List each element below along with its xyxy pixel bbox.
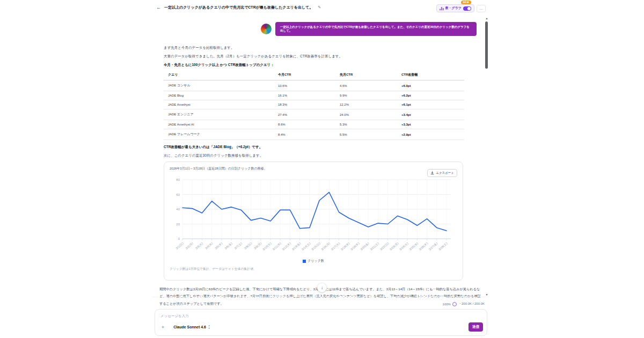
table-cell: JADE フレームワーク [164, 129, 274, 140]
svg-text:3/27(金): 3/27(金) [428, 241, 438, 251]
table-cell: 18.3% [274, 100, 335, 109]
app-window: ← 一定以上のクリックがあるクエリの中で先月比でCTRが最も改善したクエリを出し… [152, 0, 489, 338]
svg-text:3/20(金): 3/20(金) [360, 241, 370, 251]
table-cell: +6.2pt [397, 91, 464, 100]
assistant-text: まず先月と今月のデータを比較取得します。 [164, 46, 484, 49]
table-row: JADE Blog16.1%9.9%+6.2pt [164, 91, 464, 100]
table-row: JADE コンサル10.6%4.6%+6.0pt [164, 80, 464, 91]
user-message-row: 一定以上のクリックがあるクエリの中で先月比でCTRが最も改善したクエリを出して。… [152, 22, 477, 36]
assistant-text: 大量のデータが取得できました。先月（2月）も一定クリックがあるクエリを対象に、C… [164, 54, 484, 58]
chat-content: 一定以上のクリックがあるクエリの中で先月比でCTRが最も改善したクエリを出して。… [152, 16, 484, 312]
table-cell: 10.6% [274, 80, 335, 91]
chevron-updown-icon[interactable]: ▲▼ [208, 325, 210, 329]
header: ← 一定以上のクリックがあるクエリの中で先月比でCTRが最も改善したクエリを出し… [152, 0, 489, 15]
clicks-line-chart: 0204060803/1(日)3/2(月)3/3(火)3/4(水)3/5(木)3… [170, 175, 457, 258]
edit-icon[interactable]: ✎ [318, 5, 321, 10]
table-cell: JADE Blog [164, 91, 274, 100]
table-row: JADE エンジニア27.4%24.0%+3.4pt [164, 109, 464, 120]
model-selector[interactable]: Claude Sonnet 4.6 [173, 325, 206, 329]
table-cell: 12.2% [335, 100, 397, 109]
scroll-to-bottom-button[interactable]: ↓ [317, 283, 327, 292]
svg-text:80: 80 [176, 178, 180, 181]
svg-text:3/5(木): 3/5(木) [214, 241, 223, 250]
toggle-label: 表・グラフ [445, 6, 462, 11]
table-header: CTR改善幅 [397, 70, 464, 80]
table-row: JADE Amethyst18.3%12.2%+6.1pt [164, 100, 464, 109]
ctr-table-body: JADE コンサル10.6%4.6%+6.0ptJADE Blog16.1%9.… [164, 80, 464, 140]
usage-percent: 100% [443, 303, 451, 306]
table-cell: +3.4pt [397, 109, 464, 120]
table-cell: JADE Amethyst [164, 100, 274, 109]
avatar [261, 24, 272, 34]
svg-text:3/23(月): 3/23(月) [389, 241, 400, 252]
svg-text:20: 20 [176, 223, 180, 226]
svg-text:3/10(火): 3/10(火) [262, 241, 272, 251]
chart-card: 2026年3月1日～3月28日（直近28日間）の日別クリック数の推移。 エクスポ… [164, 161, 463, 281]
svg-text:3/2(月): 3/2(月) [185, 241, 194, 251]
legend-label: クリック数 [308, 259, 324, 263]
header-controls: NEW 表・グラフ … [436, 4, 486, 12]
composer-toolbar: + Claude Sonnet 4.6 ▲▼ 送信 [162, 322, 483, 332]
send-button[interactable]: 送信 [469, 322, 483, 332]
scrollbar-thumb[interactable] [485, 21, 488, 69]
table-cell: +6.0pt [397, 80, 464, 91]
chart-footnote: クリック数は1日単位で集計。データはサイト全体の集計値。 [170, 267, 457, 271]
table-row: JADE フレームワーク8.4%5.5%+2.9pt [164, 129, 464, 140]
message-input[interactable]: メッセージを入力 + Claude Sonnet 4.6 ▲▼ 送信 [155, 309, 487, 336]
ctr-table: クエリ今月CTR先月CTRCTR改善幅 JADE コンサル10.6%4.6%+6… [164, 70, 464, 140]
ctr-table-head: クエリ今月CTR先月CTRCTR改善幅 [164, 70, 464, 80]
svg-text:40: 40 [176, 208, 180, 211]
export-label: エクスポート [436, 171, 454, 175]
chart-icon [440, 6, 444, 11]
scrollbar[interactable]: ▲ ▼ [485, 16, 489, 297]
svg-text:3/21(土): 3/21(土) [369, 241, 379, 251]
assistant-text: 次に、このクエリの直近30日のクリック数推移を取得します。 [164, 153, 484, 157]
assistant-text: CTR改善幅が最も大きいのは「JADE Blog」（+6.2pt）です。 [164, 145, 484, 149]
svg-text:3/26(木): 3/26(木) [418, 241, 428, 251]
table-cell: 8.4% [274, 129, 335, 140]
svg-text:3/6(金): 3/6(金) [224, 241, 233, 250]
svg-text:3/19(木): 3/19(木) [350, 241, 360, 251]
table-cell: JADE エンジニア [164, 109, 274, 120]
svg-text:3/18(水): 3/18(水) [340, 241, 350, 251]
scrollbar-down-icon[interactable]: ▼ [485, 293, 489, 296]
context-usage: 100% ・200.0K / 200.0K [152, 297, 489, 306]
svg-text:3/14(土): 3/14(土) [301, 241, 311, 251]
svg-text:3/3(火): 3/3(火) [195, 241, 204, 250]
usage-ring-icon [452, 302, 457, 306]
svg-text:3/8(日): 3/8(日) [244, 241, 253, 251]
usage-tokens: ・200.0K / 200.0K [458, 302, 485, 306]
svg-text:60: 60 [176, 193, 180, 196]
svg-text:3/28(土): 3/28(土) [438, 241, 448, 251]
svg-text:3/9(月): 3/9(月) [253, 241, 262, 251]
svg-text:3/25(水): 3/25(水) [408, 241, 419, 251]
table-cell: +3.3pt [397, 120, 464, 129]
table-row: JADE Amethyst AI8.6%5.3%+3.3pt [164, 120, 464, 129]
assistant-text: 今月・先月ともに100クリック以上 かつ CTR改善幅トップのクエリ： [164, 63, 484, 67]
export-button[interactable]: エクスポート [427, 169, 457, 177]
table-cell: JADE コンサル [164, 80, 274, 91]
chart-legend: クリック数 [170, 259, 457, 263]
table-cell: JADE Amethyst AI [164, 120, 274, 129]
table-cell: +2.9pt [397, 129, 464, 140]
table-cell: 8.6% [274, 120, 335, 129]
svg-text:3/7(土): 3/7(土) [233, 241, 243, 250]
chart-title: 2026年3月1日～3月28日（直近28日間）の日別クリック数の推移。 [170, 166, 457, 171]
table-cell: +6.1pt [397, 100, 464, 109]
table-cell: 16.1% [274, 91, 335, 100]
more-button[interactable]: … [477, 5, 486, 12]
attach-icon[interactable]: + [162, 325, 164, 330]
page-title: 一定以上のクリックがあるクエリの中で先月比でCTRが最も改善したクエリを出して。 [164, 5, 313, 10]
svg-text:3/1(日): 3/1(日) [175, 241, 184, 251]
toggle-knob [467, 7, 471, 10]
table-cell: 9.9% [335, 91, 397, 100]
table-header: 先月CTR [335, 70, 397, 80]
svg-text:3/24(火): 3/24(火) [399, 241, 409, 251]
toggle-switch[interactable] [463, 6, 471, 11]
svg-text:3/16(月): 3/16(月) [320, 241, 331, 252]
table-header: 今月CTR [274, 70, 335, 80]
table-graph-toggle[interactable]: 表・グラフ [436, 4, 474, 12]
back-icon[interactable]: ← [156, 5, 161, 10]
table-cell: 5.3% [335, 120, 397, 129]
scrollbar-up-icon[interactable]: ▲ [485, 17, 489, 20]
